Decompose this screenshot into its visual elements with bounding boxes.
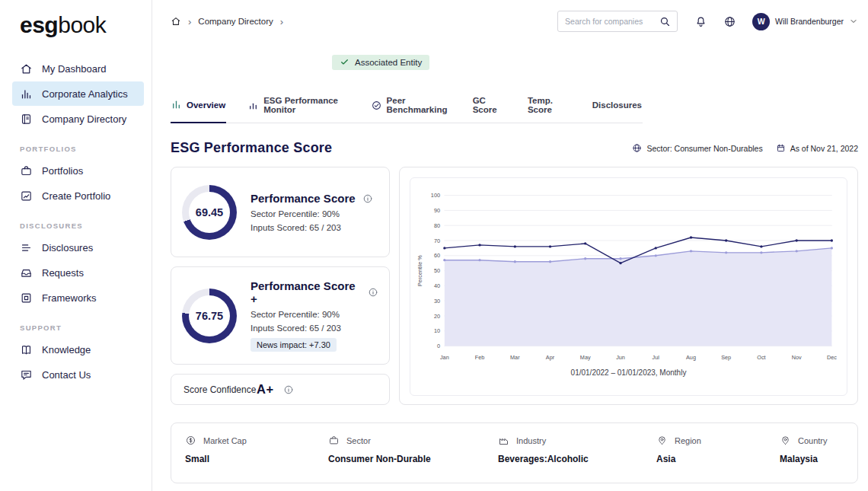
overview-chart-icon	[171, 100, 181, 110]
sidebar-item-corporate-analytics[interactable]: Corporate Analytics	[12, 81, 144, 106]
svg-text:100: 100	[431, 192, 440, 199]
svg-text:Dec: Dec	[827, 354, 837, 361]
app-root: esgbook My Dashboard Corporate Analytics…	[0, 0, 868, 491]
industry-col: Industry Beverages:Alcoholic	[498, 435, 656, 483]
meta-value: Malaysia	[780, 454, 857, 464]
title-row: ESG Performance Score Sector: Consumer N…	[171, 140, 858, 156]
sidebar-item-label: Frameworks	[42, 292, 97, 304]
tab-label: Peer Benchmarking	[387, 96, 450, 114]
brand-logo[interactable]: esgbook	[20, 12, 144, 38]
list-lines-icon	[20, 241, 33, 254]
news-impact-badge: News impact: +7.30	[251, 338, 337, 352]
search-input[interactable]	[563, 16, 659, 27]
sidebar-item-portfolios[interactable]: Portfolios	[12, 158, 144, 183]
performance-score-plus-gauge: 76.75	[182, 289, 237, 343]
tab-overview[interactable]: Overview	[171, 91, 226, 123]
sidebar-item-requests[interactable]: Requests	[12, 260, 144, 285]
location-pin-icon	[780, 435, 791, 446]
svg-text:Apr: Apr	[546, 354, 555, 361]
svg-text:60: 60	[434, 252, 440, 259]
bell-icon[interactable]	[694, 15, 707, 28]
svg-text:50: 50	[434, 267, 440, 274]
info-icon[interactable]	[283, 384, 294, 395]
globe-icon[interactable]	[723, 15, 736, 28]
tab-disclosures[interactable]: Disclosures	[592, 91, 643, 123]
svg-text:Jun: Jun	[616, 354, 625, 361]
topbar-right: W Will Brandenburger	[694, 13, 858, 30]
breadcrumb: › Company Directory ›	[171, 16, 283, 27]
chart-caption: 01/01/2022 – 01/01/2023, Monthly	[415, 368, 842, 377]
info-icon[interactable]	[368, 287, 378, 298]
associated-entity-badge: Associated Entity	[332, 55, 429, 70]
sidebar-item-label: Disclosures	[42, 242, 93, 253]
tab-temp-score[interactable]: Temp. Score	[527, 91, 570, 123]
company-search	[557, 11, 678, 32]
sidebar-item-contact-us[interactable]: Contact Us	[12, 362, 144, 387]
tab-gc-score[interactable]: GC Score	[472, 91, 506, 123]
meta-label: Industry	[516, 436, 546, 445]
analytics-icon	[20, 88, 33, 100]
performance-score-card: 69.45 Performance Score Sector Percentil…	[171, 167, 390, 257]
tab-label: Temp. Score	[528, 96, 570, 114]
coin-icon	[185, 435, 196, 446]
svg-text:Nov: Nov	[792, 354, 802, 361]
avatar[interactable]: W	[752, 13, 770, 30]
sidebar-item-label: Contact Us	[42, 369, 91, 381]
score-title: Performance Score	[251, 192, 373, 205]
book-icon	[20, 343, 33, 356]
sidebar-item-frameworks[interactable]: Frameworks	[12, 285, 144, 310]
sector-col: Sector Consumer Non-Durable	[328, 435, 498, 483]
sidebar-item-disclosures[interactable]: Disclosures	[12, 235, 144, 260]
svg-text:70: 70	[434, 238, 440, 244]
sidebar-item-label: Corporate Analytics	[42, 88, 128, 100]
chevron-right-icon: ›	[280, 16, 283, 27]
sidebar-item-label: Create Portfolio	[42, 190, 110, 202]
tab-label: ESG Performance Monitor	[263, 96, 348, 114]
monitor-chart-icon	[248, 100, 258, 110]
sidebar-section-disclosures: DISCLOSURES	[20, 222, 144, 230]
market-cap-col: Market Cap Small	[185, 435, 328, 483]
check-icon	[340, 57, 349, 67]
svg-text:Feb: Feb	[475, 354, 485, 361]
search-icon[interactable]	[659, 15, 672, 28]
meta-value: Small	[185, 454, 328, 464]
performance-chart-box: 0102030405060708090100JanFebMarAprMayJun…	[410, 177, 847, 396]
sidebar: esgbook My Dashboard Corporate Analytics…	[0, 0, 152, 491]
tab-peer-benchmarking[interactable]: Peer Benchmarking	[371, 91, 451, 123]
factory-icon	[498, 435, 509, 446]
sidebar-item-label: Requests	[42, 267, 84, 279]
svg-text:Jul: Jul	[653, 354, 660, 361]
map-pin-icon	[656, 435, 668, 446]
tab-esg-performance-monitor[interactable]: ESG Performance Monitor	[247, 91, 349, 123]
sector-meta: Sector: Consumer Non-Durables	[632, 143, 762, 153]
calendar-icon	[776, 143, 786, 153]
performance-score-gauge: 69.45	[182, 185, 237, 240]
meta-value: Asia	[656, 454, 780, 464]
tab-label: Disclosures	[592, 100, 642, 110]
title-meta: Sector: Consumer Non-Durables As of Nov …	[632, 143, 858, 153]
user-menu[interactable]: W Will Brandenburger	[752, 13, 858, 30]
create-portfolio-icon	[20, 190, 33, 202]
svg-text:80: 80	[434, 222, 440, 229]
inputs-scored: Inputs Scored: 65 / 203	[251, 223, 373, 232]
meta-value: Beverages:Alcoholic	[498, 454, 656, 464]
svg-text:Oct: Oct	[757, 354, 765, 361]
sidebar-item-create-portfolio[interactable]: Create Portfolio	[12, 183, 144, 208]
breadcrumb-home-icon[interactable]	[171, 16, 181, 27]
performance-score-plus-card: 76.75 Performance Score + Sector Percent…	[171, 266, 390, 365]
svg-text:May: May	[580, 354, 591, 361]
sidebar-item-knowledge[interactable]: Knowledge	[12, 337, 144, 362]
chevron-down-icon[interactable]	[849, 17, 858, 26]
sidebar-item-my-dashboard[interactable]: My Dashboard	[12, 56, 144, 81]
sidebar-item-company-directory[interactable]: Company Directory	[12, 107, 144, 131]
meta-label: Sector	[346, 436, 371, 445]
tab-label: Overview	[187, 100, 225, 110]
tab-label: GC Score	[473, 96, 505, 114]
svg-text:Sep: Sep	[721, 354, 731, 361]
as-of-label: As of Nov 21, 2022	[790, 144, 858, 153]
inbox-icon	[20, 266, 33, 279]
svg-text:Aug: Aug	[686, 354, 696, 361]
breadcrumb-current[interactable]: Company Directory	[198, 17, 273, 26]
info-icon[interactable]	[362, 193, 373, 204]
meta-label: Country	[798, 436, 828, 445]
